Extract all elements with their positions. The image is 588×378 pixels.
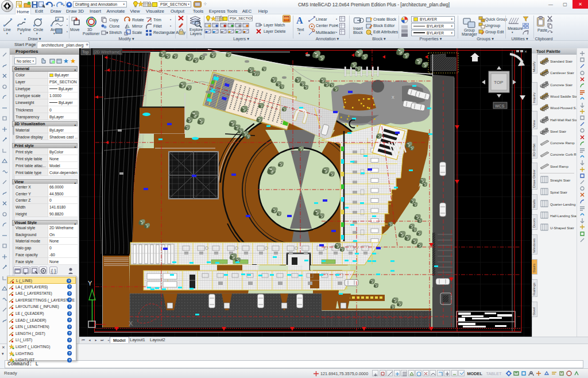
svg-text:X: X <box>129 320 133 327</box>
svg-text:Y: Y <box>88 280 92 287</box>
svg-text:WCS: WCS <box>495 104 505 108</box>
svg-text:[2D Wireframe]: [2D Wireframe] <box>94 50 121 55</box>
svg-text:X: X <box>392 95 394 99</box>
svg-text:TOP: TOP <box>494 80 503 85</box>
svg-text:{ }: { } <box>51 268 56 274</box>
svg-text:✕: ✕ <box>524 50 527 53</box>
svg-text:Top: Top <box>82 50 88 55</box>
